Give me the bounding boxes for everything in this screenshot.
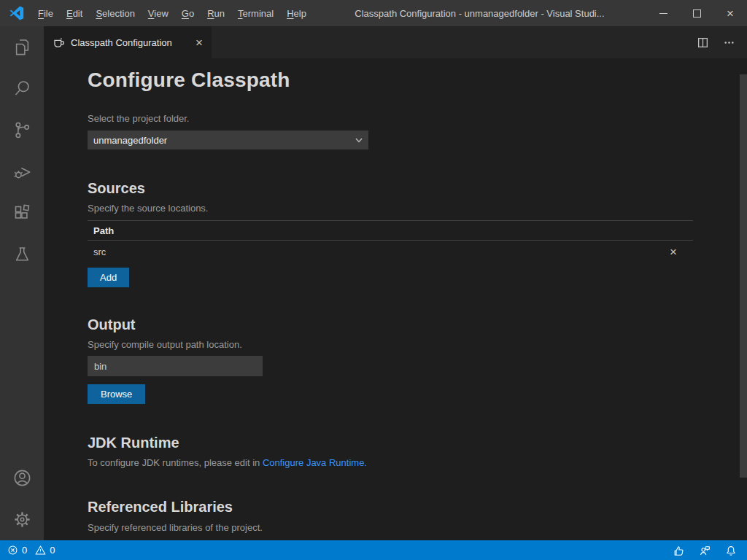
remove-source-button[interactable]: × — [670, 246, 693, 258]
source-control-icon — [12, 120, 32, 140]
classpath-configuration-page: Configure Classpath Select the project f… — [44, 58, 747, 540]
close-icon: × — [727, 7, 734, 20]
status-bar-right — [673, 545, 747, 556]
editor-group: Classpath Configuration × — [44, 26, 747, 540]
tab-label: Classpath Configuration — [71, 37, 172, 48]
sidebar-item-extensions[interactable] — [0, 192, 44, 234]
extensions-icon — [12, 203, 32, 223]
warning-count: 0 — [50, 545, 55, 556]
project-folder-value: unmanagedfolder — [93, 135, 167, 146]
tab-close-icon[interactable]: × — [196, 36, 203, 49]
menu-item-edit[interactable]: Edit — [60, 8, 89, 19]
title-bar: FileEditSelectionViewGoRunTerminalHelp C… — [0, 0, 747, 26]
account-icon — [12, 468, 32, 488]
menu-item-go[interactable]: Go — [175, 8, 201, 19]
project-folder-select[interactable]: unmanagedfolder — [88, 131, 368, 149]
editor-actions — [693, 26, 747, 58]
menu-item-selection[interactable]: Selection — [89, 8, 141, 19]
menu-item-view[interactable]: View — [142, 8, 175, 19]
vscode-logo-icon — [9, 6, 24, 20]
activity-bar-bottom — [0, 457, 44, 540]
scrollbar-thumb[interactable] — [740, 74, 747, 478]
jdk-runtime-text-before: To configure JDK runtimes, please edit i… — [88, 457, 263, 468]
table-row: src× — [88, 241, 693, 262]
feedback-thumbs-button[interactable] — [673, 545, 684, 556]
column-path: Path — [93, 225, 114, 236]
error-count: 0 — [22, 545, 27, 556]
referenced-libraries-heading: Referenced Libraries — [88, 499, 693, 516]
output-description: Specify compile output path location. — [88, 339, 693, 350]
sidebar-item-testing[interactable] — [0, 234, 44, 276]
activity-bar — [0, 26, 44, 540]
sidebar-item-explorer[interactable] — [0, 26, 44, 68]
page-title: Configure Classpath — [88, 69, 693, 92]
minimize-button[interactable] — [646, 0, 680, 26]
add-source-button[interactable]: Add — [88, 268, 129, 287]
sources-table-header: Path — [88, 220, 693, 241]
window-title: Classpath Configuration - unmanagedfolde… — [313, 8, 646, 19]
menu-bar: FileEditSelectionViewGoRunTerminalHelp — [31, 8, 313, 19]
status-bar: 0 0 — [0, 540, 747, 560]
split-editor-icon — [697, 36, 709, 49]
project-folder-label: Select the project folder. — [88, 113, 693, 124]
maximize-icon — [693, 9, 701, 18]
menu-item-run[interactable]: Run — [201, 8, 231, 19]
java-cup-icon — [53, 36, 65, 49]
problems-status[interactable]: 0 0 — [0, 545, 59, 556]
menu-item-file[interactable]: File — [31, 8, 60, 19]
minimize-icon — [659, 13, 667, 14]
output-heading: Output — [88, 316, 693, 333]
search-icon — [12, 79, 32, 98]
run-debug-icon — [12, 162, 32, 182]
jdk-runtime-heading: JDK Runtime — [88, 435, 693, 451]
thumbs-up-icon — [673, 545, 684, 556]
sidebar-item-search[interactable] — [0, 68, 44, 109]
sources-table: Path src× — [88, 220, 693, 262]
tab-bar: Classpath Configuration × — [44, 26, 747, 58]
split-editor-button[interactable] — [693, 33, 712, 52]
sources-table-body: src× — [88, 241, 693, 262]
notifications-button[interactable] — [725, 545, 737, 556]
error-icon — [7, 545, 18, 556]
vscode-window: FileEditSelectionViewGoRunTerminalHelp C… — [0, 0, 747, 560]
sources-description: Specify the source locations. — [88, 203, 693, 214]
referenced-libraries-description: Specify referenced libraries of the proj… — [88, 522, 693, 533]
bell-icon — [725, 545, 737, 556]
person-feedback-icon — [699, 545, 711, 556]
sidebar-item-run-debug[interactable] — [0, 151, 44, 192]
beaker-icon — [12, 245, 32, 265]
window-controls: × — [646, 0, 747, 26]
output-path-input[interactable] — [88, 356, 263, 376]
settings-button[interactable] — [0, 499, 44, 540]
close-window-button[interactable]: × — [713, 0, 747, 26]
menu-item-help[interactable]: Help — [280, 8, 313, 19]
sidebar-item-source-control[interactable] — [0, 109, 44, 151]
java-feedback-button[interactable] — [699, 545, 711, 556]
browse-button[interactable]: Browse — [88, 384, 145, 404]
account-button[interactable] — [0, 457, 44, 499]
configure-java-runtime-link[interactable]: Configure Java Runtime. — [263, 457, 367, 468]
source-path-cell: src — [93, 246, 106, 257]
gear-icon — [12, 510, 32, 529]
menu-item-terminal[interactable]: Terminal — [231, 8, 280, 19]
maximize-button[interactable] — [680, 0, 713, 26]
files-icon — [12, 37, 32, 57]
chevron-down-icon — [355, 136, 363, 144]
more-actions-button[interactable] — [719, 33, 738, 52]
ellipsis-icon — [723, 36, 735, 49]
jdk-runtime-text: To configure JDK runtimes, please edit i… — [88, 457, 693, 468]
sources-heading: Sources — [88, 180, 693, 197]
tab-classpath-configuration[interactable]: Classpath Configuration × — [44, 26, 212, 58]
warning-icon — [35, 545, 46, 556]
